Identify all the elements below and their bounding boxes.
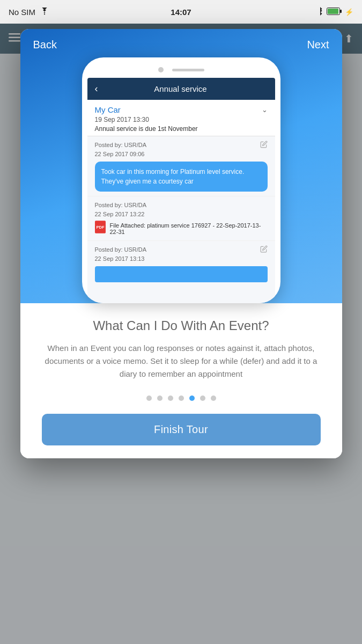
pdf-icon: PDF [95, 221, 106, 236]
inner-app-header: ‹ Annual service [87, 78, 275, 100]
wifi-icon [40, 8, 49, 17]
event-info: My Car ⌄ 19 Sep 2017 13:30 Annual servic… [87, 100, 275, 136]
finish-tour-button[interactable]: Finish Tour [42, 414, 321, 445]
comment-posted-by-3: Posted by: USR/DA [95, 245, 147, 254]
comment-date-3: 22 Sep 2017 13:13 [95, 254, 147, 264]
bluetooth-icon [317, 7, 323, 17]
phone-mockup: ‹ Annual service My Car ⌄ 19 Sep 2017 13… [82, 57, 280, 303]
attachment-posted-by: Posted by: USR/DA [95, 201, 268, 210]
status-bar-time: 14:07 [171, 8, 191, 17]
phone-screen: ‹ Annual service My Car ⌄ 19 Sep 2017 13… [87, 78, 275, 303]
dot-3 [168, 396, 173, 401]
chevron-down-icon: ⌄ [262, 106, 268, 114]
status-bar: No SIM 14:07 ⚡ [0, 0, 362, 24]
next-button[interactable]: Next [307, 39, 329, 51]
no-sim-label: No SIM [9, 8, 35, 17]
phone-camera [158, 67, 164, 72]
dot-5-active [189, 396, 195, 401]
status-bar-right: ⚡ [317, 7, 353, 17]
attachment-meta: Posted by: USR/DA 22 Sep 2017 13:22 [95, 201, 268, 218]
car-date: 19 Sep 2017 13:30 [95, 116, 268, 123]
comment-block-3: Posted by: USR/DA 22 Sep 2017 13:13 [87, 241, 275, 287]
attachment-date: 22 Sep 2017 13:22 [95, 210, 268, 219]
blue-button-placeholder [95, 266, 268, 282]
svg-point-0 [44, 13, 45, 14]
dot-6 [200, 396, 205, 401]
comment-meta-1: Posted by: USR/DA 22 Sep 2017 09:06 [95, 141, 147, 158]
phone-speaker-area [87, 67, 275, 72]
modal-bottom: What Can I Do With An Event? When in an … [20, 303, 342, 458]
svg-rect-2 [340, 10, 342, 13]
comment-block-1: Posted by: USR/DA 22 Sep 2017 09:06 Took [87, 136, 275, 196]
car-title: My Car [95, 105, 121, 114]
modal-nav: Back Next [20, 29, 342, 57]
back-button[interactable]: Back [33, 39, 57, 51]
dot-2 [157, 396, 162, 401]
status-bar-left: No SIM [9, 8, 49, 17]
modal-title: What Can I Do With An Event? [42, 318, 321, 333]
edit-icon-3[interactable] [260, 245, 268, 254]
modal-top: Back Next ‹ Annual service [20, 29, 342, 303]
car-note: Annual service is due 1st November [95, 125, 268, 133]
attachment-filename: File Attached: platinum service 176927 -… [110, 222, 268, 235]
comment-date-1: 22 Sep 2017 09:06 [95, 150, 147, 159]
attachment-block: Posted by: USR/DA 22 Sep 2017 13:22 PDF … [87, 196, 275, 241]
edit-icon-1[interactable] [260, 141, 268, 150]
svg-text:PDF: PDF [96, 225, 104, 230]
pagination-dots [42, 396, 321, 401]
dot-4 [179, 396, 184, 401]
modal-description: When in an Event you can log responses o… [42, 342, 321, 380]
inner-back-icon: ‹ [95, 83, 98, 94]
dot-1 [146, 396, 152, 401]
svg-rect-3 [328, 9, 338, 14]
comment-meta-3: Posted by: USR/DA 22 Sep 2017 13:13 [95, 245, 147, 263]
comment-bubble-1: Took car in this morning for Platinum le… [95, 162, 268, 192]
modal: Back Next ‹ Annual service [20, 29, 342, 458]
modal-overlay: Back Next ‹ Annual service [0, 24, 362, 644]
phone-speaker [172, 69, 204, 71]
comment-posted-by-1: Posted by: USR/DA [95, 141, 147, 150]
attachment-row: PDF File Attached: platinum service 1769… [95, 221, 268, 236]
battery-icon [327, 8, 342, 17]
inner-header-title: Annual service [104, 84, 258, 93]
charging-icon: ⚡ [345, 8, 353, 16]
dot-7 [211, 396, 216, 401]
